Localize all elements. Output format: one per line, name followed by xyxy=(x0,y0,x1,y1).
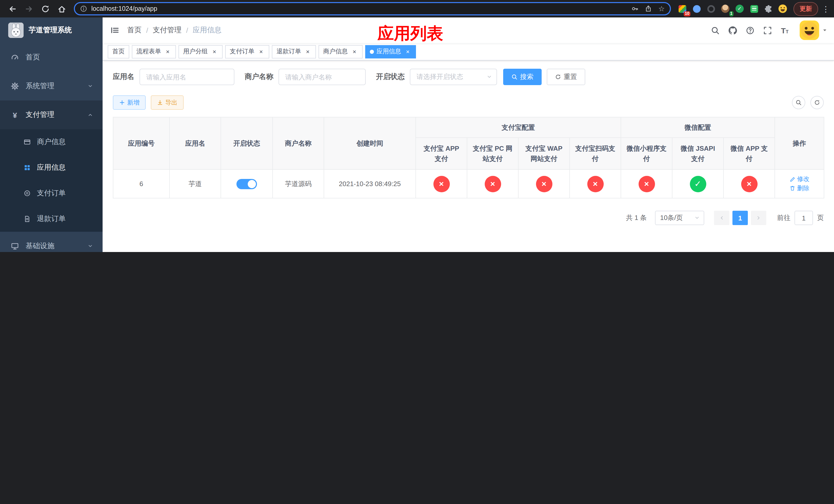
extension-icon[interactable] xyxy=(705,3,717,15)
col-app-name: 应用名 xyxy=(170,117,221,169)
cell-app-name: 芋道 xyxy=(170,169,221,198)
fullscreen-button[interactable] xyxy=(759,18,776,43)
tab-merchant-info[interactable]: 商户信息× xyxy=(319,45,363,58)
forward-button[interactable] xyxy=(22,2,36,15)
refresh-table-button[interactable] xyxy=(810,96,824,109)
app-title: 芋道管理系统 xyxy=(29,26,72,35)
tab-app-info[interactable]: 应用信息× xyxy=(365,45,416,58)
active-dot xyxy=(370,49,374,53)
add-button[interactable]: 新增 xyxy=(113,95,146,110)
breadcrumb-home[interactable]: 首页 xyxy=(127,26,141,35)
status-label: 开启状态 xyxy=(376,72,405,82)
cell-alipay-pc: × xyxy=(467,169,518,198)
screen: localhost:1024/pay/app ☆ 10 1 ✓ 更新 ⋮ xyxy=(0,0,834,252)
close-icon[interactable]: × xyxy=(351,48,358,55)
chevron-left-icon xyxy=(719,215,725,221)
goto-page-input[interactable] xyxy=(794,211,813,225)
question-icon xyxy=(746,26,754,35)
close-icon[interactable]: × xyxy=(258,48,265,55)
sidebar-item-payment[interactable]: ¥ 支付管理 xyxy=(0,100,103,129)
extension-icon[interactable] xyxy=(690,3,703,15)
chevron-down-icon xyxy=(694,215,700,221)
help-button[interactable] xyxy=(741,18,759,43)
merchant-name-input[interactable] xyxy=(279,69,366,85)
browser-toolbar: localhost:1024/pay/app ☆ 10 1 ✓ 更新 ⋮ xyxy=(0,0,834,18)
grid-icon xyxy=(23,164,32,171)
extension-icon[interactable]: 1 xyxy=(719,3,731,15)
tab-process-form[interactable]: 流程表单× xyxy=(132,45,176,58)
font-size-button[interactable]: TT xyxy=(776,18,793,43)
tab-pay-orders[interactable]: 支付订单× xyxy=(225,45,269,58)
tab-refund-orders[interactable]: 退款订单× xyxy=(272,45,316,58)
share-icon[interactable] xyxy=(645,5,652,12)
tags-bar: 首页 流程表单× 用户分组× 支付订单× 退款订单× 商户信息× 应用信息× xyxy=(103,43,834,61)
browser-update-button[interactable]: 更新 xyxy=(793,2,818,16)
page-number-current[interactable]: 1 xyxy=(732,211,748,225)
col-status: 开启状态 xyxy=(221,117,272,169)
tab-home[interactable]: 首页 xyxy=(108,45,129,58)
reload-button[interactable] xyxy=(39,2,52,15)
cell-app-id: 6 xyxy=(113,169,170,198)
back-button[interactable] xyxy=(6,2,19,15)
col-created: 创建时间 xyxy=(324,117,416,169)
search-button[interactable]: 搜索 xyxy=(503,69,542,85)
search-icon xyxy=(511,74,518,80)
extension-icon[interactable]: 10 xyxy=(676,3,688,15)
next-page-button[interactable] xyxy=(751,211,766,225)
chevron-right-icon xyxy=(755,215,762,221)
document-icon xyxy=(23,215,32,223)
cell-wechat-mini: × xyxy=(621,169,672,198)
home-button[interactable] xyxy=(55,2,68,15)
close-icon[interactable]: × xyxy=(164,48,171,55)
sidebar-item-refund-orders[interactable]: 退款订单 xyxy=(0,206,103,232)
forward-icon xyxy=(24,4,33,13)
goto-label: 前往 xyxy=(777,213,790,223)
password-key-icon[interactable] xyxy=(632,5,639,12)
tab-user-group[interactable]: 用户分组× xyxy=(178,45,223,58)
filter-bar: 应用名 商户名称 开启状态 请选择开启状态 搜索 重置 xyxy=(113,69,824,85)
profile-avatar[interactable] xyxy=(776,3,789,15)
prev-page-button[interactable] xyxy=(714,211,729,225)
app-name-input[interactable] xyxy=(139,69,235,85)
toggle-knob xyxy=(248,180,256,188)
sidebar-item-home[interactable]: 首页 xyxy=(0,43,103,72)
site-info-icon[interactable] xyxy=(80,5,87,12)
bookmark-star-icon[interactable]: ☆ xyxy=(658,5,665,12)
delete-link[interactable]: 删除 xyxy=(789,184,809,192)
sidebar-item-merchant-info[interactable]: 商户信息 xyxy=(0,129,103,155)
status-select[interactable]: 请选择开启状态 xyxy=(410,69,497,85)
github-button[interactable] xyxy=(724,18,741,43)
close-icon[interactable]: × xyxy=(211,48,218,55)
extension-icon[interactable]: ✓ xyxy=(733,3,746,15)
sidebar-toggle-button[interactable] xyxy=(103,18,127,43)
app-window: 芋道管理系统 首页 系统管理 ¥ 支付管理 商户信息 xyxy=(0,18,834,252)
header-search-button[interactable] xyxy=(706,18,724,43)
browser-menu-button[interactable]: ⋮ xyxy=(822,5,830,13)
address-bar[interactable]: localhost:1024/pay/app ☆ xyxy=(74,2,671,15)
page-size-select[interactable]: 10条/页 xyxy=(655,211,704,225)
export-button[interactable]: 导出 xyxy=(151,95,184,110)
chevron-up-icon xyxy=(87,112,93,118)
fullscreen-icon xyxy=(763,26,772,35)
toggle-search-button[interactable] xyxy=(792,96,805,109)
sidebar-item-infrastructure[interactable]: 基础设施 xyxy=(0,232,103,252)
extensions-menu-button[interactable] xyxy=(762,3,774,15)
download-icon xyxy=(157,99,163,106)
wechat-jsapi-status-icon: ✓ xyxy=(689,176,706,192)
sidebar-item-pay-orders[interactable]: 支付订单 xyxy=(0,181,103,206)
close-icon[interactable]: × xyxy=(304,48,311,55)
edit-link[interactable]: 修改 xyxy=(789,175,809,184)
sidebar-item-system[interactable]: 系统管理 xyxy=(0,72,103,100)
trash-icon xyxy=(789,185,795,191)
table-row: 6 芋道 芋道源码 2021-10-23 08:49:25 × × × × × xyxy=(113,169,824,198)
sidebar-item-app-info[interactable]: 应用信息 xyxy=(0,155,103,181)
user-menu[interactable] xyxy=(799,21,828,40)
monitor-icon xyxy=(10,242,20,250)
close-icon[interactable]: × xyxy=(404,48,411,55)
status-toggle[interactable] xyxy=(237,179,257,189)
extension-icon[interactable] xyxy=(748,3,760,15)
breadcrumb-payment[interactable]: 支付管理 xyxy=(153,26,181,35)
edit-pen-icon xyxy=(789,176,795,182)
reset-button[interactable]: 重置 xyxy=(547,69,585,85)
dashboard-icon xyxy=(10,53,20,62)
